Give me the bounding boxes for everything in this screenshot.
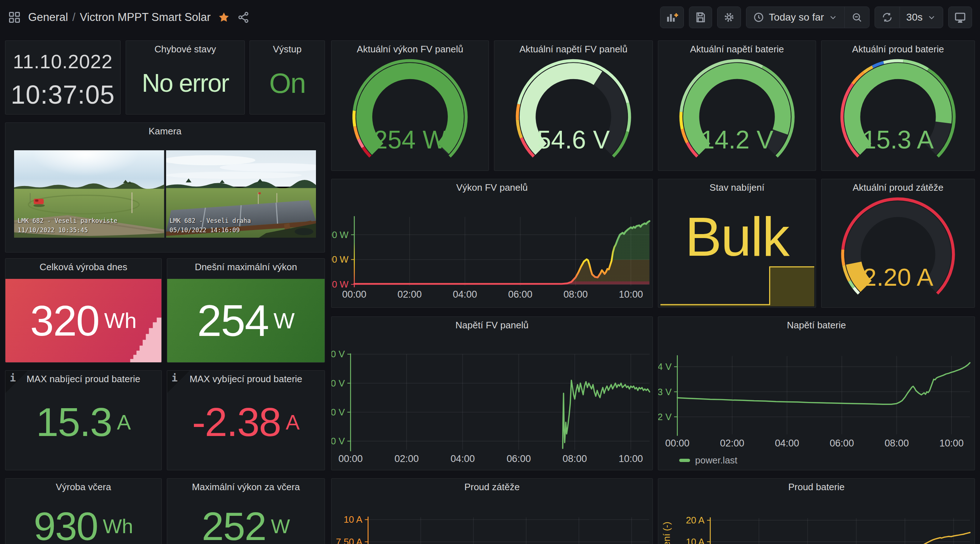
panel-output: Výstup On [250, 40, 325, 115]
panel-title[interactable]: Proud zátěže [331, 482, 652, 493]
svg-text:2.20 A: 2.20 A [863, 263, 933, 291]
svg-text:00:00: 00:00 [665, 438, 689, 448]
svg-text:Vybíjení (-): Vybíjení (-) [662, 522, 671, 544]
svg-text:06:00: 06:00 [830, 438, 854, 448]
legend-item-power-last[interactable]: power.last [679, 455, 737, 466]
svg-text:02:00: 02:00 [394, 453, 418, 464]
refresh-interval-label: 30s [906, 11, 923, 23]
camera-left-caption-line1: LMK 682 - Veseli parkoviste [18, 216, 117, 226]
current-time: 10:37:05 [5, 80, 120, 110]
battery-voltage-chart: 12 V13 V14 V00:0002:0004:0006:0008:0010:… [658, 317, 975, 470]
panel-title[interactable]: Aktuální výkon FV panelů [331, 44, 488, 55]
info-corner [5, 371, 28, 393]
svg-text:10:00: 10:00 [619, 289, 643, 300]
panel-title[interactable]: Aktuální proud baterie [821, 44, 975, 55]
panel-title[interactable]: Aktuální napětí FV panelů [494, 44, 652, 55]
share-icon[interactable] [237, 11, 250, 24]
toolbar-right: Today so far [660, 6, 972, 28]
add-panel-button[interactable] [660, 6, 684, 28]
max-discharge-value: -2.38 [192, 402, 280, 442]
svg-text:100 W: 100 W [331, 254, 349, 265]
refresh-button[interactable] [875, 7, 900, 28]
svg-text:7.50 A: 7.50 A [336, 537, 363, 544]
camera-image-left: LMK 682 - Veseli parkoviste 11/10/2022 1… [14, 150, 164, 238]
max-charge-value: 15.3 [36, 402, 112, 442]
svg-text:02:00: 02:00 [720, 438, 744, 448]
svg-text:08:00: 08:00 [563, 289, 587, 300]
panel-title[interactable]: Napětí baterie [658, 320, 975, 331]
info-corner [167, 371, 189, 393]
panel-chart-battery-current: Proud baterie 20 A10 A00:0002:0004:0006:… [658, 478, 975, 544]
svg-text:04:00: 04:00 [451, 453, 475, 464]
panel-title[interactable]: Aktuální napětí baterie [658, 44, 816, 55]
pv-voltage-chart: 20 V40 V60 V80 V00:0002:0004:0006:0008:0… [331, 317, 652, 470]
panel-title[interactable]: Aktuální proud zátěže [821, 182, 975, 193]
panel-title[interactable]: MAX nabíjecí proud baterie [5, 373, 161, 385]
svg-text:20 V: 20 V [331, 436, 345, 446]
panel-max-charge-current: i MAX nabíjecí proud baterie 15.3 A [5, 370, 162, 470]
clock-icon [753, 11, 764, 23]
info-icon[interactable]: i [10, 372, 16, 384]
panel-yesterday-production: Výroba včera 930 Wh [5, 478, 162, 544]
panel-title[interactable]: Výroba včera [5, 482, 161, 493]
svg-text:40 V: 40 V [331, 407, 345, 417]
panel-title[interactable]: Maximální výkon za včera [167, 482, 325, 493]
breadcrumb-separator: / [72, 11, 75, 24]
apps-grid-icon[interactable] [8, 11, 21, 24]
svg-text:15.3 A: 15.3 A [862, 126, 934, 154]
panel-yesterday-max-power: Maximální výkon za včera 252 W [167, 478, 325, 544]
svg-text:14.2 V: 14.2 V [700, 126, 773, 154]
panel-title[interactable]: Chybové stavy [126, 44, 245, 55]
svg-text:10 A: 10 A [686, 537, 705, 544]
zoom-out-button[interactable] [845, 7, 869, 28]
panel-max-discharge-current: i MAX vybíjecí proud baterie -2.38 A [167, 370, 325, 470]
yesterday-max-unit: W [271, 516, 290, 536]
svg-text:0 W: 0 W [332, 279, 349, 289]
svg-text:254 W: 254 W [374, 126, 447, 154]
max-discharge-unit: A [286, 412, 300, 433]
save-dashboard-button[interactable] [689, 6, 712, 28]
breadcrumb: General / Victron MPPT Smart Solar [28, 11, 210, 24]
panel-error-state: Chybové stavy No error [126, 40, 245, 115]
panel-title[interactable]: Napětí FV panelů [331, 320, 652, 331]
error-state-value: No error [142, 70, 229, 96]
panel-title[interactable]: Výstup [250, 44, 325, 55]
panel-title[interactable]: MAX vybíjecí proud baterie [167, 373, 325, 385]
time-range-label: Today so far [769, 11, 824, 23]
panel-title[interactable]: Kamera [5, 126, 325, 137]
panel-title[interactable]: Proud baterie [658, 482, 975, 493]
chevron-down-icon [828, 13, 838, 22]
svg-text:10 A: 10 A [344, 514, 363, 525]
svg-text:80 V: 80 V [331, 349, 345, 359]
panel-camera: Kamera [5, 123, 325, 252]
refresh-interval-picker[interactable]: 30s [900, 7, 943, 28]
svg-text:200 W: 200 W [331, 230, 349, 240]
panel-chart-pv-voltage: Napětí FV panelů 20 V40 V60 V80 V00:0002… [331, 316, 653, 470]
max-today-unit: W [274, 309, 295, 332]
gauge-battery-voltage: 14.2 V [658, 54, 816, 168]
panel-title[interactable]: Stav nabíjení [658, 182, 816, 193]
info-icon[interactable]: i [172, 372, 178, 384]
gauge-load-current: 2.20 A [821, 192, 975, 305]
breadcrumb-section[interactable]: General [28, 11, 68, 24]
svg-text:06:00: 06:00 [507, 453, 531, 464]
dashboard-settings-button[interactable] [717, 6, 741, 28]
svg-text:14 V: 14 V [658, 362, 672, 372]
time-range-picker[interactable]: Today so far [746, 7, 845, 28]
panel-title[interactable]: Celková výroba dnes [5, 262, 161, 273]
svg-text:60 V: 60 V [331, 378, 345, 388]
cycle-view-mode-button[interactable] [948, 6, 972, 28]
panel-chart-load-current: Proud zátěže 10 A7.50 A00:0002:0004:0006… [331, 478, 653, 544]
breadcrumb-page-title[interactable]: Victron MPPT Smart Solar [80, 11, 210, 24]
camera-right-caption-line2: 05/10/2022 14:16:09 [170, 226, 251, 235]
current-date: 11.10.2022 [5, 50, 120, 73]
pv-power-chart: 0 W100 W200 W00:0002:0004:0006:0008:0010… [331, 179, 652, 307]
favorite-star-icon[interactable] [218, 11, 230, 24]
panel-title[interactable]: Dnešní maximální výkon [167, 262, 325, 273]
svg-text:08:00: 08:00 [885, 438, 909, 448]
panel-total-production-today: Celková výroba dnes 320 Wh [5, 258, 162, 363]
svg-text:00:00: 00:00 [338, 453, 363, 464]
toolbar-left: General / Victron MPPT Smart Solar [8, 11, 660, 24]
panel-max-power-today: Dnešní maximální výkon 254 W [167, 258, 325, 363]
panel-title[interactable]: Výkon FV panelů [331, 182, 652, 193]
